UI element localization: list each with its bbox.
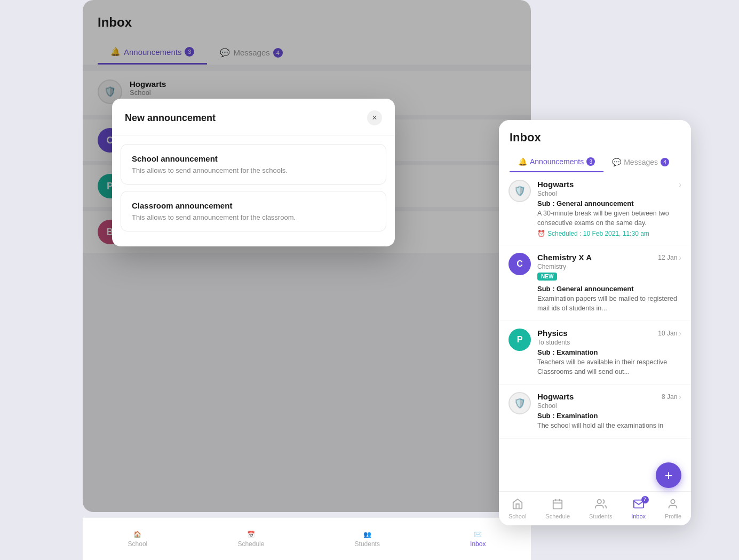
fg-nav-inbox-label: Inbox (631, 513, 646, 519)
fg-messages-badge: 4 (661, 158, 669, 166)
fg-item-subj-h2: Sub : Examination (537, 412, 681, 420)
modal-close-button[interactable]: × (367, 110, 382, 125)
fg-message-icon: 💬 (612, 158, 621, 166)
new-announcement-modal: New announcement × School announcement T… (112, 99, 395, 246)
schedule-icon: 📅 (247, 531, 255, 538)
inbox-nav-badge: 7 (641, 496, 649, 503)
fg-item-preview-h2: The school will hold all the examination… (537, 421, 681, 431)
fg-item-subj-phys: Sub : Examination (537, 348, 681, 356)
fg-list: 🛡️ Hogwarts › School Sub : General annou… (499, 172, 691, 491)
fg-scheduled-h1: ⏰ Scheduled : 10 Feb 2021, 11:30 am (537, 230, 681, 237)
fg-nav-schedule[interactable]: Schedule (545, 498, 570, 519)
fg-nav-students-label: Students (589, 513, 612, 519)
fg-item-name-h2: Hogwarts (537, 392, 574, 401)
svg-point-5 (671, 499, 675, 503)
inbox-nav-icon: 7 (633, 498, 645, 511)
fg-tabs: 🔔 Announcements 3 💬 Messages 4 (510, 152, 680, 172)
fg-nav-profile-label: Profile (665, 513, 681, 519)
fg-item-cat-phys: To students (537, 339, 681, 346)
fab-button[interactable]: + (656, 462, 681, 488)
fg-inbox-panel: Inbox 🔔 Announcements 3 💬 Messages 4 🛡️ … (499, 120, 691, 525)
fg-avatar-hogwarts1: 🛡️ (508, 180, 531, 202)
modal-body: School announcement This allows to send … (112, 135, 395, 246)
fg-nav-profile[interactable]: Profile (665, 498, 681, 519)
fg-item-hogwarts-exam[interactable]: 🛡️ Hogwarts 8 Jan › School Sub : Examina… (499, 385, 691, 439)
fg-item-hogwarts-general[interactable]: 🛡️ Hogwarts › School Sub : General annou… (499, 172, 691, 245)
fg-tab-messages[interactable]: 💬 Messages 4 (603, 152, 678, 172)
chevron-icon-h1: › (679, 180, 681, 189)
schedule-nav-icon (552, 498, 563, 511)
bg-nav-school[interactable]: 🏠 School (128, 531, 148, 548)
students-icon: 👥 (363, 531, 371, 538)
students-nav-icon (595, 498, 607, 511)
fg-item-cat-h1: School (537, 190, 681, 197)
new-badge-chem: NEW (537, 273, 557, 281)
modal-title: New announcement (125, 113, 216, 124)
fg-item-subj-chem: Sub : General announcement (537, 285, 681, 293)
bg-nav-students[interactable]: 👥 Students (355, 531, 380, 548)
fg-item-cat-h2: School (537, 402, 681, 410)
modal-option-school[interactable]: School announcement This allows to send … (121, 144, 386, 185)
svg-point-4 (597, 499, 601, 503)
fg-title: Inbox (510, 131, 680, 145)
bg-nav-inbox[interactable]: ✉️ Inbox (470, 531, 486, 548)
fg-item-subj-h1: Sub : General announcement (537, 199, 681, 207)
classroom-announcement-desc: This allows to send announcement for the… (132, 213, 375, 221)
modal-option-classroom[interactable]: Classroom announcement This allows to se… (121, 191, 386, 231)
fg-item-preview-phys: Teachers will be available in their resp… (537, 358, 681, 377)
school-nav-icon (512, 498, 523, 511)
fg-nav-school[interactable]: School (508, 498, 527, 519)
chevron-icon-chem: › (679, 253, 681, 262)
modal-overlay[interactable] (83, 0, 531, 512)
school-icon: 🏠 (133, 531, 141, 538)
fg-nav-school-label: School (508, 513, 527, 519)
fg-bell-icon: 🔔 (518, 157, 527, 166)
bg-bottom-nav: 🏠 School 📅 Schedule 👥 Students ✉️ Inbox (83, 517, 531, 560)
fg-bottom-nav: School Schedule Students 7 Inbox Pro (499, 491, 691, 525)
fg-nav-students[interactable]: Students (589, 498, 612, 519)
fg-item-name-h1: Hogwarts (537, 180, 574, 189)
fg-item-preview-h1: A 30-minute break will be given between … (537, 209, 681, 228)
fg-item-cat-chem: Chemistry (537, 263, 681, 270)
fg-item-name-chem: Chemistry X A (537, 253, 592, 262)
profile-nav-icon (667, 498, 679, 511)
fg-item-physics[interactable]: P Physics 10 Jan › To students Sub : Exa… (499, 321, 691, 385)
inbox-icon: ✉️ (474, 531, 482, 538)
fg-avatar-physics: P (508, 329, 531, 351)
fg-tab-announcements[interactable]: 🔔 Announcements 3 (510, 152, 603, 172)
svg-rect-0 (553, 500, 562, 509)
clock-icon: ⏰ (537, 230, 545, 237)
fg-nav-inbox[interactable]: 7 Inbox (631, 498, 646, 519)
fg-item-date-phys: 10 Jan › (658, 329, 681, 338)
fg-nav-schedule-label: Schedule (545, 513, 570, 519)
chevron-icon-h2: › (679, 393, 681, 401)
fg-item-date-chem: 12 Jan › (658, 253, 681, 262)
fg-announcements-badge: 3 (586, 157, 595, 166)
fg-avatar-hogwarts2: 🛡️ (508, 392, 531, 414)
fg-item-chemistry[interactable]: C Chemistry X A 12 Jan › Chemistry NEW S… (499, 245, 691, 321)
classroom-announcement-title: Classroom announcement (132, 201, 375, 210)
fg-item-preview-chem: Examination papers will be mailed to reg… (537, 294, 681, 313)
fg-item-date-h2: 8 Jan › (662, 393, 681, 401)
chevron-icon-phys: › (679, 329, 681, 338)
fg-item-name-phys: Physics (537, 329, 568, 338)
modal-header: New announcement × (112, 99, 395, 135)
fg-avatar-chemistry: C (508, 253, 531, 275)
bg-nav-schedule[interactable]: 📅 Schedule (237, 531, 264, 548)
fg-header: Inbox 🔔 Announcements 3 💬 Messages 4 (499, 120, 691, 172)
school-announcement-title: School announcement (132, 154, 375, 163)
school-announcement-desc: This allows to send announcement for the… (132, 166, 375, 174)
